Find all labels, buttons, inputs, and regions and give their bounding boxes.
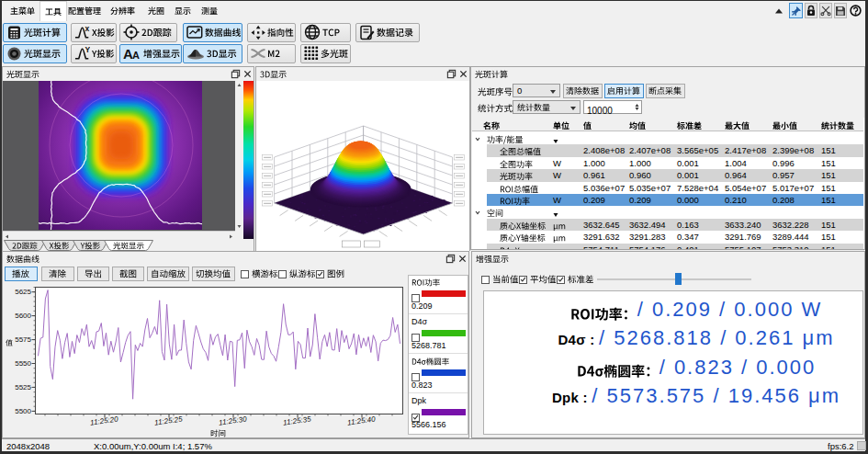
svg-text:Y: Y [85, 46, 90, 54]
svg-text:5625: 5625 [15, 288, 31, 296]
svg-text:5550: 5550 [15, 359, 31, 368]
svg-text:5500: 5500 [15, 407, 31, 415]
svg-text:A: A [132, 50, 140, 61]
svg-text:5525: 5525 [15, 383, 31, 392]
svg-text:11:25:40: 11:25:40 [347, 414, 377, 426]
svg-text:5600: 5600 [15, 312, 31, 320]
svg-text:11:25:35: 11:25:35 [283, 414, 312, 426]
svg-text:5575: 5575 [15, 335, 31, 344]
svg-text:11:25:25: 11:25:25 [154, 414, 184, 426]
svg-text:x: x [85, 25, 89, 33]
svg-text:11:25:30: 11:25:30 [219, 414, 248, 426]
svg-text:11:25:20: 11:25:20 [90, 414, 119, 426]
